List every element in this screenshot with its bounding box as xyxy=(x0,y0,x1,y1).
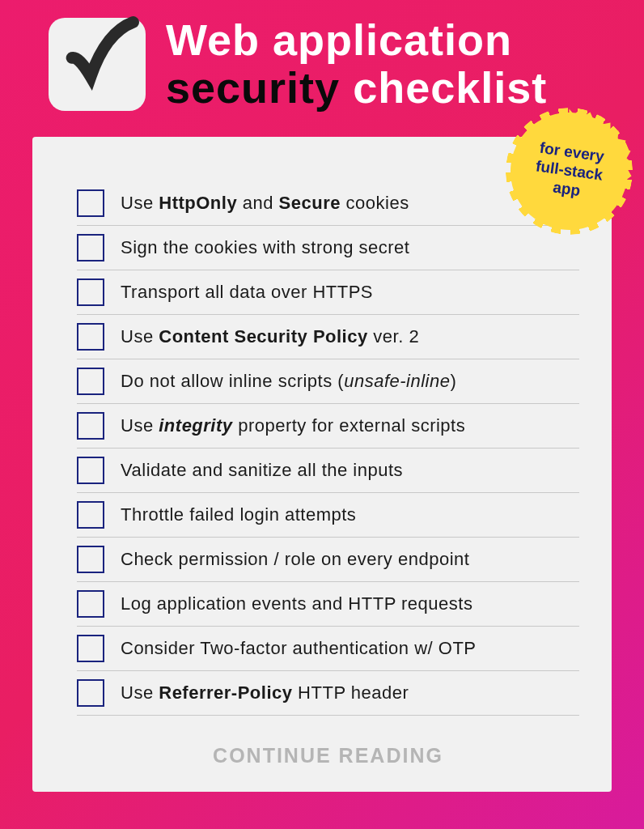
checklist-item: Throttle failed login attempts xyxy=(77,493,579,538)
checklist-item-text: Consider Two-factor authentication w/ OT… xyxy=(121,638,477,659)
checklist-item: Validate and sanitize all the inputs xyxy=(77,449,579,493)
checklist: Use HttpOnly and Secure cookiesSign the … xyxy=(77,181,579,716)
continue-reading-link[interactable]: CONTINUE READING xyxy=(77,744,579,767)
checklist-item: Use HttpOnly and Secure cookies xyxy=(77,181,579,226)
checklist-card: for every full-stack app Use HttpOnly an… xyxy=(32,137,612,792)
checkbox[interactable] xyxy=(77,457,104,484)
checklist-item-text: Sign the cookies with strong secret xyxy=(121,237,409,258)
checklist-item: Check permission / role on every endpoin… xyxy=(77,538,579,582)
checkbox[interactable] xyxy=(77,590,104,618)
checklist-item: Log application events and HTTP requests xyxy=(77,582,579,627)
checklist-item-text: Use HttpOnly and Secure cookies xyxy=(121,193,409,214)
checklist-item-text: Transport all data over HTTPS xyxy=(121,282,373,303)
checklist-item-text: Validate and sanitize all the inputs xyxy=(121,460,403,481)
checkbox[interactable] xyxy=(77,679,104,707)
checkbox[interactable] xyxy=(77,323,104,351)
checkbox[interactable] xyxy=(77,501,104,529)
checklist-item: Sign the cookies with strong secret xyxy=(77,226,579,270)
checkbox[interactable] xyxy=(77,546,104,573)
checkbox[interactable] xyxy=(77,412,104,440)
checklist-item-text: Use integrity property for external scri… xyxy=(121,415,465,436)
checklist-item: Use Content Security Policy ver. 2 xyxy=(77,315,579,359)
checkbox[interactable] xyxy=(77,278,104,306)
checklist-item-text: Check permission / role on every endpoin… xyxy=(121,549,469,570)
checklist-item: Transport all data over HTTPS xyxy=(77,270,579,315)
checkbox[interactable] xyxy=(77,635,104,662)
checklist-item-text: Use Content Security Policy ver. 2 xyxy=(121,326,419,347)
checklist-item-text: Log application events and HTTP requests xyxy=(121,593,472,614)
checklist-item-text: Use Referrer-Policy HTTP header xyxy=(121,682,409,704)
checklist-item: Do not allow inline scripts (unsafe-inli… xyxy=(77,359,579,404)
checkbox[interactable] xyxy=(77,368,104,395)
checklist-item: Consider Two-factor authentication w/ OT… xyxy=(77,627,579,671)
checkbox[interactable] xyxy=(77,189,104,217)
page-title: Web application security checklist xyxy=(166,16,547,113)
checklist-item-text: Throttle failed login attempts xyxy=(121,504,356,525)
checklist-item: Use Referrer-Policy HTTP header xyxy=(77,671,579,716)
checkbox[interactable] xyxy=(77,234,104,261)
checklist-item: Use integrity property for external scri… xyxy=(77,404,579,449)
badge-text: for every full-stack app xyxy=(532,139,606,203)
checkmark-icon xyxy=(49,18,146,111)
checklist-item-text: Do not allow inline scripts (unsafe-inli… xyxy=(121,371,456,392)
